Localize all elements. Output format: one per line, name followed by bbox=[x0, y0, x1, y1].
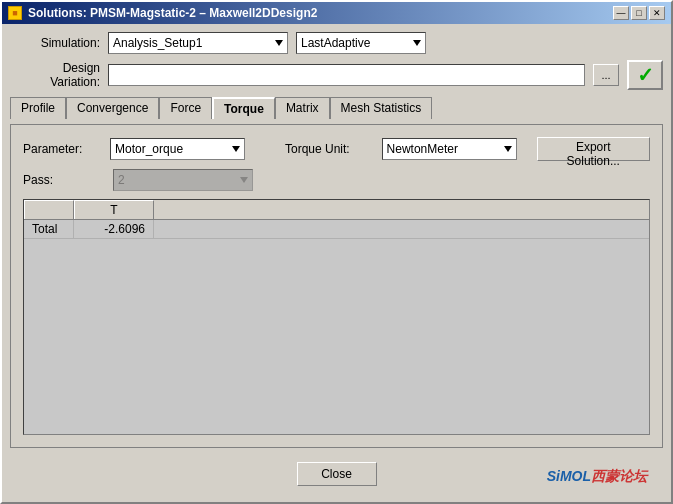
tab-torque[interactable]: Torque bbox=[212, 97, 275, 119]
window-content: Simulation: Analysis_Setup1 LastAdaptive… bbox=[2, 24, 671, 502]
window-title: Solutions: PMSM-Magstatic-2 – Maxwell2DD… bbox=[28, 6, 317, 20]
title-bar: ■ Solutions: PMSM-Magstatic-2 – Maxwell2… bbox=[2, 2, 671, 24]
tab-mesh-statistics[interactable]: Mesh Statistics bbox=[330, 97, 433, 119]
torque-unit-select[interactable]: NewtonMeter bbox=[382, 138, 517, 160]
parameter-select[interactable]: Motor_orque bbox=[110, 138, 245, 160]
logo-chinese: 西蒙论坛 bbox=[591, 468, 647, 484]
tab-force[interactable]: Force bbox=[159, 97, 212, 119]
table-header-empty bbox=[24, 200, 74, 219]
close-button[interactable]: Close bbox=[297, 462, 377, 486]
table-cell-value: -2.6096 bbox=[74, 220, 154, 238]
maximize-button[interactable]: □ bbox=[631, 6, 647, 20]
simulation-label: Simulation: bbox=[10, 36, 100, 50]
minimize-button[interactable]: — bbox=[613, 6, 629, 20]
check-button[interactable]: ✓ bbox=[627, 60, 663, 90]
pass-label: Pass: bbox=[23, 173, 93, 187]
title-buttons: — □ ✕ bbox=[613, 6, 665, 20]
simulation-setup-select[interactable]: Analysis_Setup1 bbox=[108, 32, 288, 54]
pass-row: Pass: 2 bbox=[23, 169, 650, 191]
logo: SiMOL西蒙论坛 bbox=[547, 468, 647, 486]
tabs-container: Profile Convergence Force Torque Matrix … bbox=[10, 96, 663, 118]
design-variation-label: Design Variation: bbox=[10, 61, 100, 89]
torque-tab-panel: Parameter: Motor_orque Torque Unit: Newt… bbox=[10, 124, 663, 448]
tab-matrix[interactable]: Matrix bbox=[275, 97, 330, 119]
table-header: T bbox=[24, 200, 649, 220]
checkmark-icon: ✓ bbox=[637, 63, 654, 87]
close-title-button[interactable]: ✕ bbox=[649, 6, 665, 20]
torque-unit-label: Torque Unit: bbox=[285, 142, 362, 156]
tab-convergence[interactable]: Convergence bbox=[66, 97, 159, 119]
parameter-row: Parameter: Motor_orque Torque Unit: Newt… bbox=[23, 137, 650, 161]
table-body: Total -2.6096 bbox=[24, 220, 649, 434]
window-icon: ■ bbox=[8, 6, 22, 20]
table-header-t: T bbox=[74, 200, 154, 219]
main-window: ■ Solutions: PMSM-Magstatic-2 – Maxwell2… bbox=[0, 0, 673, 504]
design-variation-input[interactable] bbox=[108, 64, 585, 86]
pass-select: 2 bbox=[113, 169, 253, 191]
table-row: Total -2.6096 bbox=[24, 220, 649, 239]
browse-button[interactable]: ... bbox=[593, 64, 619, 86]
title-bar-left: ■ Solutions: PMSM-Magstatic-2 – Maxwell2… bbox=[8, 6, 317, 20]
logo-simol: SiMOL bbox=[547, 468, 591, 484]
export-solution-button[interactable]: Export Solution... bbox=[537, 137, 650, 161]
design-variation-row: Design Variation: ... ✓ bbox=[10, 60, 663, 90]
data-table-container: T Total -2.6096 bbox=[23, 199, 650, 435]
simulation-adaptive-select[interactable]: LastAdaptive bbox=[296, 32, 426, 54]
parameter-label: Parameter: bbox=[23, 142, 90, 156]
tab-profile[interactable]: Profile bbox=[10, 97, 66, 119]
bottom-bar: Close SiMOL西蒙论坛 bbox=[10, 454, 663, 494]
simulation-row: Simulation: Analysis_Setup1 LastAdaptive bbox=[10, 32, 663, 54]
table-cell-label: Total bbox=[24, 220, 74, 238]
